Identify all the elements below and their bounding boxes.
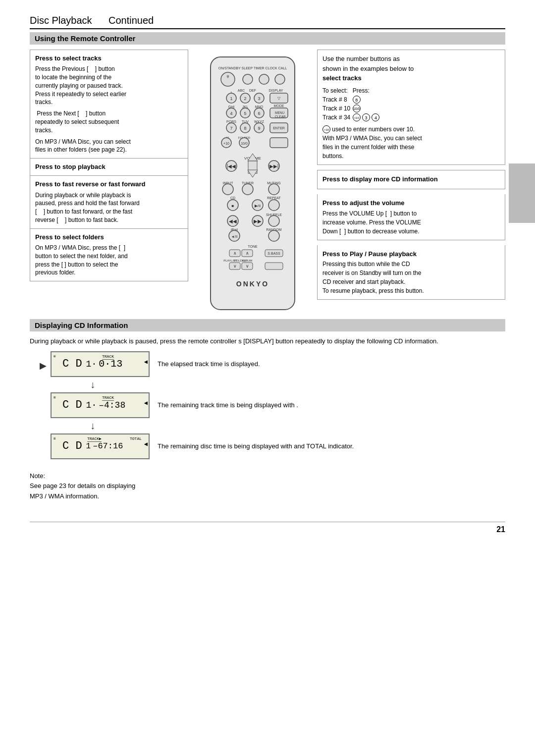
svg-rect-96 (265, 263, 283, 270)
svg-text:6: 6 (258, 111, 260, 116)
display-row-3: ≡ C D 1 TRACK▶ TOTAL –67:16 ◀ The remain… (51, 433, 354, 459)
display-intro: During playback or while playback is pau… (30, 336, 505, 346)
display-items-col: ≡ C D 1· TRACK 0·13 ◀ The elapsed track … (51, 351, 354, 461)
fast-rev-fwd-title: Press to fast reverse or fast forward (35, 180, 183, 189)
svg-text:TONE: TONE (248, 245, 258, 248)
svg-point-81 (268, 230, 279, 241)
track-col-label: To select: (322, 86, 353, 95)
time-display-2: –4:38 (99, 400, 125, 410)
svg-text:8: 8 (244, 126, 246, 131)
cd-text-3: C D (62, 440, 82, 452)
select-tracks-next: Press the Next [ ] buttonrepeatedly to s… (35, 109, 183, 134)
total-label-3: TOTAL (130, 436, 142, 441)
select-tracks-title: Press to select tracks (35, 54, 183, 63)
lcd-display-1: ≡ C D 1· TRACK 0·13 ◀ (51, 351, 150, 377)
svg-text:4: 4 (230, 111, 232, 116)
down-arrow-2: ↓ (90, 420, 95, 432)
track-label-1: TRACK (102, 354, 114, 360)
display-desc-2: The remaining track time is being displa… (158, 401, 298, 409)
svg-text:ψ: ψ (227, 74, 229, 78)
svg-text:▶▶: ▶▶ (254, 218, 262, 224)
select-folders-box: Press to select folders On MP3 / WMA Dis… (30, 229, 188, 281)
track10-press: 10/0 (353, 104, 380, 113)
svg-text:∨: ∨ (246, 264, 249, 269)
section1-bar: Using the Remote Controller (30, 32, 505, 45)
svg-text:|◀◀: |◀◀ (227, 163, 236, 169)
svg-text:5: 5 (244, 111, 246, 116)
adjust-volume-desc: Press the VOLUME Up [ ] button toincreas… (322, 209, 500, 236)
gt10-button-note: >10 (322, 125, 330, 133)
page-number-text: 21 (496, 525, 505, 534)
track34-4: 4 (372, 113, 379, 121)
track-num-1: 1· (86, 359, 97, 369)
display-row-1: ≡ C D 1· TRACK 0·13 ◀ The elapsed track … (51, 351, 354, 377)
display-desc-1: The elapsed track time is displayed. (158, 360, 260, 368)
svg-text:◄/II: ◄/II (231, 235, 238, 238)
fast-rev-fwd-desc: During playback or while playback ispaus… (35, 191, 183, 224)
select-folders-desc: On MP3 / WMA Disc, press the [ ]button t… (35, 244, 183, 277)
svg-point-4 (243, 74, 253, 84)
down-arrow-1: ↓ (90, 379, 95, 390)
track34-press: >10 3 4 (353, 113, 380, 122)
svg-text:9: 9 (258, 126, 260, 131)
svg-text:1: 1 (230, 96, 232, 101)
right-column: Use the number buttons asshown in the ex… (317, 50, 505, 312)
svg-text:ABC: ABC (238, 89, 245, 92)
svg-text:ONKYO: ONKYO (236, 280, 269, 288)
number-buttons-intro: Use the number buttons asshown in the ex… (322, 54, 500, 83)
main-content-area: Press to select tracks Press the Previou… (30, 50, 505, 312)
track34-3: 3 (362, 113, 370, 121)
time-display-3: –67:16 (93, 441, 123, 451)
svg-text:∧: ∧ (233, 251, 237, 256)
select-folders-title: Press to select folders (35, 233, 183, 242)
track8-button: 8 (353, 96, 361, 104)
stop-playback-title: Press to stop playback (35, 162, 183, 171)
track34-gt10: >10 (353, 113, 361, 121)
svg-point-70 (268, 200, 279, 211)
right-arrow-3: ◀ (144, 440, 148, 448)
right-arrow-2: ◀ (144, 399, 148, 407)
page-header: Disc Playback Continued (30, 15, 505, 29)
svg-text:DISPLAY: DISPLAY (268, 89, 283, 92)
track8-label: Track # 8 (322, 95, 353, 104)
svg-text:∨: ∨ (233, 264, 237, 269)
track-col-press: Press: (353, 86, 380, 95)
display-cd-box: Press to display more CD information (317, 170, 505, 190)
display-row-2: ≡ C D 1· TRACK –4:38 ◀ The remaining tra… (51, 392, 354, 418)
svg-text:▽: ▽ (277, 96, 281, 101)
note-section: Note: See page 23 for details on display… (30, 471, 505, 502)
svg-text:CLEAR: CLEAR (275, 115, 286, 118)
svg-text:ON/STANDBY  SLEEP    TIMER  CL: ON/STANDBY SLEEP TIMER CLOCK CALL (218, 66, 287, 70)
track10-button: 10/0 (353, 105, 361, 112)
fast-rev-fwd-box: Press to fast reverse or fast forward Du… (30, 176, 188, 228)
select-tracks-prev: Press the Previous [ ] buttonto locate t… (35, 65, 183, 107)
track-num-3: 1 (86, 442, 91, 451)
svg-point-63 (268, 184, 279, 195)
section2-bar: Displaying CD Information (30, 319, 505, 331)
svg-text:10/0: 10/0 (241, 142, 248, 145)
svg-text:MENU: MENU (275, 111, 284, 114)
svg-text:ENTER: ENTER (273, 126, 285, 130)
page-title: Disc Playback Continued (30, 15, 154, 26)
section2-label: Displaying CD Information (35, 321, 128, 329)
right-arrow-1: ◀ (144, 358, 148, 366)
svg-text:REPEAT: REPEAT (267, 196, 281, 200)
svg-text:▶/II: ▶/II (255, 204, 261, 208)
svg-text:2: 2 (244, 96, 246, 101)
svg-text:▶▶|: ▶▶| (269, 163, 279, 169)
svg-point-61 (222, 184, 233, 195)
number-note1: >10 used to enter numbers over 10. (322, 125, 500, 134)
track8-press: 8 (353, 95, 380, 104)
track-num-2: 1· (86, 400, 97, 410)
display-section: During playback or while playback is pau… (30, 336, 505, 461)
continued-text: Continued (108, 15, 154, 26)
title-text: Disc Playback (30, 15, 92, 26)
svg-text:■: ■ (232, 204, 234, 208)
svg-point-6 (275, 74, 285, 84)
display-desc-3: The remaining disc time is being display… (158, 441, 354, 451)
svg-text:+10: +10 (223, 142, 229, 145)
lcd-display-3: ≡ C D 1 TRACK▶ TOTAL –67:16 ◀ (51, 433, 150, 459)
cd-text-1: C D (62, 358, 82, 370)
note-title: Note: (30, 471, 505, 482)
svg-text:S.BASS: S.BASS (268, 252, 280, 255)
